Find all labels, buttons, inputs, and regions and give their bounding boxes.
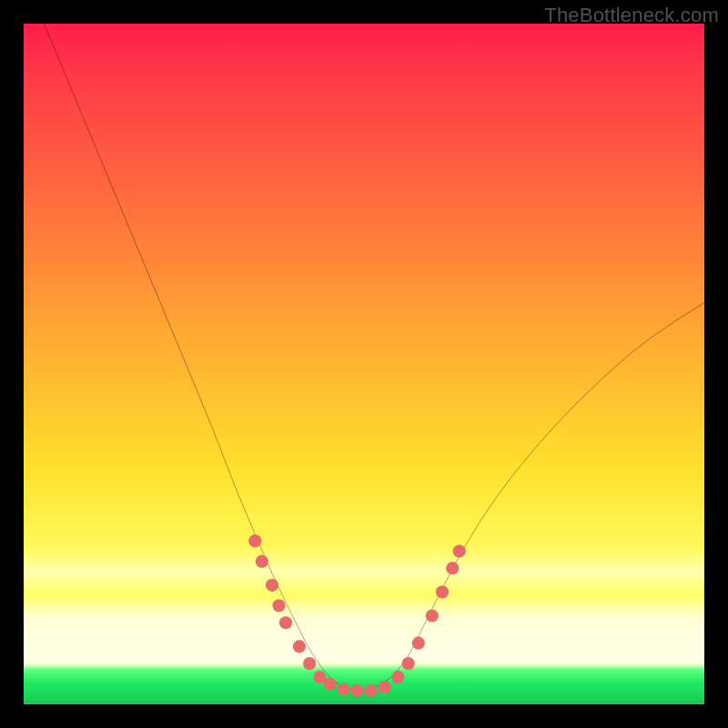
highlight-dot (412, 637, 425, 650)
highlight-dot (402, 657, 415, 670)
highlight-dot (446, 561, 459, 574)
highlight-dots (248, 534, 466, 697)
highlight-dot (378, 681, 390, 693)
highlight-dot (303, 657, 316, 670)
highlight-dot (391, 671, 404, 683)
highlight-dot (436, 585, 449, 598)
attribution-text: TheBottleneck.com (544, 4, 719, 27)
chart-frame: TheBottleneck.com (0, 0, 728, 728)
highlight-dot (293, 640, 306, 652)
highlight-dot (364, 684, 377, 697)
curve-layer (24, 24, 704, 704)
highlight-dot (266, 579, 278, 592)
highlight-dot (279, 616, 292, 629)
highlight-dot (272, 599, 285, 612)
plot-area (24, 24, 704, 704)
highlight-dot (323, 677, 336, 690)
highlight-dot (256, 555, 268, 568)
highlight-dot (248, 534, 261, 547)
highlight-dot (350, 684, 363, 697)
highlight-dot (337, 682, 349, 695)
bottleneck-curve (44, 24, 704, 691)
highlight-dot (426, 610, 439, 622)
highlight-dot (453, 545, 466, 558)
